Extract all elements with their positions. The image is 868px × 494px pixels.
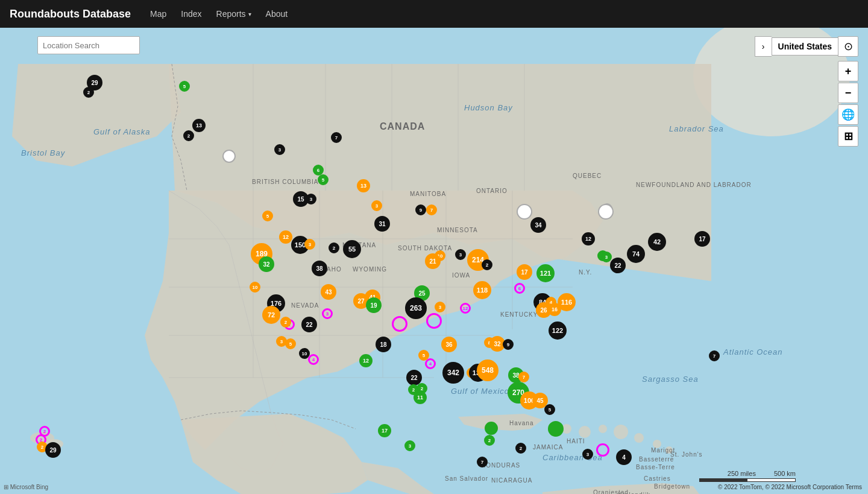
zoom-out-button[interactable]: −: [838, 83, 858, 103]
cluster-marker-m14[interactable]: 3: [371, 200, 382, 211]
cluster-marker-m24[interactable]: 74: [627, 245, 645, 263]
scale-bar: 250 miles 500 km: [699, 470, 796, 482]
cluster-marker-m66[interactable]: 16: [548, 303, 561, 316]
cluster-marker-m47[interactable]: 10: [250, 282, 260, 293]
nav-about[interactable]: About: [266, 9, 288, 19]
cluster-marker-m96[interactable]: 17: [378, 424, 391, 437]
cluster-marker-m49[interactable]: 72: [262, 306, 280, 324]
svg-point-8: [665, 446, 673, 454]
cluster-marker-m23[interactable]: 42: [648, 233, 666, 251]
cluster-marker-m46[interactable]: 3: [601, 252, 612, 262]
cluster-marker-m62[interactable]: [426, 313, 442, 329]
cluster-marker-m106[interactable]: 7: [477, 457, 488, 467]
cluster-marker-m83[interactable]: 342: [442, 362, 464, 384]
cluster-marker-m79[interactable]: 7: [709, 350, 720, 361]
cluster-marker-m110[interactable]: 29: [45, 442, 61, 458]
cluster-marker-m22[interactable]: 17: [694, 231, 710, 247]
cluster-marker-m94[interactable]: 4: [425, 358, 436, 369]
cluster-marker-m10[interactable]: 3: [306, 194, 316, 204]
cluster-marker-m78[interactable]: 122: [549, 321, 567, 340]
cluster-marker-m39[interactable]: 21: [425, 253, 441, 269]
cluster-marker-m28[interactable]: 3: [304, 239, 315, 250]
cluster-marker-m6[interactable]: [222, 150, 236, 163]
country-arrow-button[interactable]: ›: [755, 36, 772, 57]
cluster-marker-m104[interactable]: 4: [616, 449, 632, 465]
cluster-marker-m77[interactable]: 9: [503, 339, 514, 350]
cluster-marker-m50[interactable]: 43: [321, 284, 336, 300]
scale-label-2: 500 km: [774, 470, 796, 477]
satellite-button[interactable]: 🌐: [838, 104, 858, 125]
cluster-marker-m99[interactable]: [485, 422, 498, 435]
layers-button[interactable]: ⊞: [838, 126, 858, 147]
cluster-marker-m2[interactable]: 2: [83, 87, 94, 98]
cluster-marker-m72[interactable]: 12: [359, 354, 373, 367]
cluster-marker-m42[interactable]: 6: [514, 283, 525, 294]
cluster-marker-m86[interactable]: 548: [477, 359, 498, 381]
nav-map[interactable]: Map: [150, 9, 166, 19]
country-label: United States: [772, 37, 838, 55]
cluster-marker-m30[interactable]: 32: [259, 256, 274, 272]
copyright: © 2022 TomTom, © 2022 Microsoft Corporat…: [718, 484, 862, 490]
cluster-marker-m102[interactable]: 2: [515, 443, 526, 454]
scale-label-1: 250 miles: [728, 470, 756, 477]
cluster-marker-m67[interactable]: 2: [280, 317, 291, 328]
nav-index[interactable]: Index: [181, 9, 201, 19]
brand-title: Roundabouts Database: [10, 8, 131, 21]
cluster-marker-m25[interactable]: 12: [279, 230, 292, 244]
cluster-marker-m18[interactable]: [517, 204, 532, 220]
cluster-marker-m98[interactable]: 2: [484, 435, 495, 446]
map-controls: + − 🌐 ⊞: [838, 61, 858, 147]
cluster-marker-m19[interactable]: [598, 204, 614, 220]
cluster-marker-m41[interactable]: 121: [536, 264, 555, 282]
cluster-marker-m97[interactable]: 3: [404, 440, 415, 451]
svg-point-6: [634, 433, 644, 443]
cluster-marker-m12[interactable]: 5: [318, 174, 329, 185]
location-search-input[interactable]: [37, 36, 140, 54]
country-selector: › United States ⊙: [755, 36, 858, 57]
cluster-marker-m33[interactable]: 38: [312, 261, 327, 276]
cluster-marker-m36[interactable]: 3: [455, 249, 466, 260]
cluster-marker-m88[interactable]: 7: [518, 372, 529, 382]
country-globe-button[interactable]: ⊙: [838, 36, 858, 57]
cluster-marker-m54[interactable]: 22: [301, 317, 317, 332]
cluster-marker-m57[interactable]: 118: [473, 281, 491, 299]
cluster-marker-m4[interactable]: 13: [192, 119, 206, 132]
cluster-marker-m59[interactable]: 263: [405, 297, 427, 319]
cluster-marker-m16[interactable]: 7: [426, 204, 437, 215]
cluster-marker-m103[interactable]: 3: [582, 449, 593, 460]
cluster-marker-m26[interactable]: 5: [262, 211, 273, 221]
cluster-marker-m74[interactable]: 36: [441, 337, 457, 352]
cluster-marker-m32[interactable]: 55: [343, 240, 361, 258]
cluster-marker-m40[interactable]: 17: [517, 264, 532, 280]
cluster-marker-m73[interactable]: 18: [376, 337, 391, 352]
svg-point-5: [614, 425, 628, 439]
nav-reports[interactable]: Reports ▾: [216, 9, 251, 19]
cluster-marker-m58[interactable]: 12: [460, 303, 471, 314]
cluster-marker-m34[interactable]: 31: [374, 216, 390, 232]
cluster-marker-m100[interactable]: [548, 421, 564, 437]
cluster-marker-m101[interactable]: [596, 443, 609, 457]
cluster-marker-m111[interactable]: 3: [322, 308, 333, 319]
cluster-marker-m20[interactable]: 12: [582, 232, 595, 245]
cluster-marker-m5[interactable]: 2: [183, 130, 194, 141]
cluster-marker-m31[interactable]: 2: [329, 242, 339, 253]
cluster-marker-m53[interactable]: 19: [366, 297, 382, 313]
cluster-marker-m71[interactable]: 4: [308, 354, 319, 365]
cluster-marker-m7[interactable]: 7: [331, 132, 342, 143]
cluster-marker-m69[interactable]: 5: [285, 338, 296, 349]
cluster-marker-m21[interactable]: 34: [530, 217, 546, 233]
zoom-in-button[interactable]: +: [838, 61, 858, 81]
cluster-marker-m44[interactable]: 22: [610, 258, 626, 273]
svg-point-4: [599, 425, 607, 433]
cluster-marker-m3[interactable]: 5: [179, 81, 190, 92]
cluster-marker-m95[interactable]: 2: [417, 383, 427, 394]
cluster-marker-m61[interactable]: [392, 316, 407, 332]
map-container: // Labels rendered after DOM ready › Uni…: [0, 28, 868, 494]
cluster-marker-m13[interactable]: 13: [357, 179, 370, 192]
cluster-marker-m60[interactable]: 3: [435, 302, 445, 312]
cluster-marker-m92[interactable]: 5: [544, 404, 555, 415]
svg-point-3: [579, 426, 591, 438]
cluster-marker-m38[interactable]: 2: [482, 259, 492, 270]
cluster-marker-m15[interactable]: 9: [415, 204, 426, 215]
cluster-marker-m8[interactable]: 3: [274, 144, 285, 155]
